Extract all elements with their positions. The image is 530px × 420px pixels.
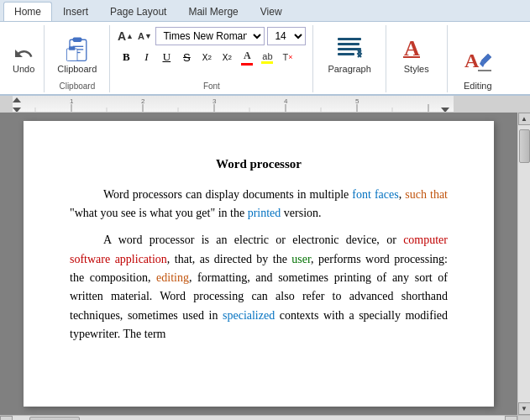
document-title: Word processor [70,155,448,174]
svg-text:A: A [464,50,480,71]
editing-button[interactable]: A [454,40,501,81]
document-paragraph1: Word processors can display documents in… [70,186,448,223]
font-group-label: Font [203,80,220,91]
tab-view[interactable]: View [249,2,293,21]
text-orange-1: such [405,188,427,201]
document-container: Word processor Word processors can displ… [0,113,517,415]
main-area: Word processor Word processors can displ… [0,113,530,415]
h-scrollbar-container: ◄ ► [0,415,530,420]
styles-group: A Styles [386,25,448,92]
paragraph-group: Paragraph [313,25,386,92]
superscript-button[interactable]: X2 [197,48,216,66]
svg-marker-17 [13,108,21,113]
font-controls: A▲ A▼ Times New Roman 14 B I U S [117,27,306,80]
styles-icon: A [401,31,433,63]
scroll-thumb[interactable] [519,129,530,163]
scroll-down-button[interactable]: ▼ [518,402,531,415]
svg-text:2: 2 [141,97,145,105]
editing-icon: A [462,45,494,76]
clipboard-content: Clipboard [51,27,102,80]
grow-font-button[interactable]: A▲ [117,28,134,45]
svg-rect-9 [338,48,361,50]
text-blue-2: faces [375,188,399,201]
clear-format-button[interactable]: T× [278,48,296,66]
ruler-svg: 1 2 3 4 5 [0,96,530,113]
svg-rect-8 [338,43,359,45]
ribbon-tabs: Home Insert Page Layout Mail Merge View [0,0,530,22]
clipboard-group-label: Clipboard [59,80,95,91]
shrink-font-button[interactable]: A▼ [136,28,153,45]
font-color-button[interactable]: A [238,48,256,66]
svg-text:1: 1 [70,97,74,105]
font-row1: A▲ A▼ Times New Roman 14 [117,27,306,45]
underline-button[interactable]: U [157,48,176,66]
editing-svg-icon: A [463,45,493,76]
text-orange-2: that [430,188,448,201]
paragraph-icon [333,31,365,63]
editing-label: Editing [464,81,492,91]
scroll-track[interactable] [518,125,530,402]
font-name-container: Times New Roman [155,27,265,45]
styles-button[interactable]: A Styles [393,27,440,78]
paragraph-label: Paragraph [328,64,370,74]
svg-text:3: 3 [213,97,217,105]
tab-mail-merge[interactable]: Mail Merge [177,2,249,21]
clipboard-group: Clipboard Clipboard [45,25,110,92]
clipboard-icon [62,34,92,64]
document-page[interactable]: Word processor Word processors can displ… [24,121,494,407]
ribbon: Undo Clipboard Clipboard [0,22,530,96]
scroll-corner [517,416,530,420]
h-scroll-track[interactable] [13,416,505,420]
tab-page-layout[interactable]: Page Layout [99,2,177,21]
scroll-right-button[interactable]: ► [505,416,517,420]
undo-button[interactable]: Undo [8,41,39,76]
editing-group: A Editing [448,25,508,92]
font-size-select[interactable]: 14 [267,27,306,45]
styles-label: Styles [404,64,429,74]
font-group: A▲ A▼ Times New Roman 14 B I U S [110,25,313,92]
svg-rect-10 [338,53,354,55]
svg-text:4: 4 [284,97,288,105]
styles-svg-icon: A [401,32,432,62]
svg-rect-7 [338,38,361,40]
text-blue-4: specialized [223,309,275,322]
vertical-scrollbar: ▲ ▼ [517,113,530,415]
text-blue-1: font [352,188,371,201]
strikethrough-button[interactable]: S [177,48,196,66]
text-red-1: computer software application [70,234,448,265]
h-scroll-thumb[interactable] [29,417,80,420]
bold-button[interactable]: B [117,48,135,66]
clipboard-label: Clipboard [57,64,97,74]
svg-text:5: 5 [355,97,359,105]
ruler-inner: 1 2 3 4 5 [0,96,530,112]
font-size-container: 14 [267,27,306,45]
svg-marker-18 [13,97,21,102]
paragraph-button[interactable]: Paragraph [320,27,378,78]
scroll-up-button[interactable]: ▲ [518,113,531,125]
scroll-left-button[interactable]: ◄ [0,416,13,420]
tab-insert[interactable]: Insert [52,2,99,21]
clipboard-button[interactable]: Clipboard [51,31,102,76]
font-name-select[interactable]: Times New Roman [155,27,265,45]
highlight-button[interactable]: ab [258,48,276,66]
svg-marker-19 [441,108,449,113]
text-blue-3: printed [248,207,281,219]
svg-rect-16 [454,96,530,113]
text-green-1: user [291,253,311,265]
svg-rect-15 [0,96,13,113]
subscript-button[interactable]: X2 [218,48,236,66]
italic-button[interactable]: I [137,48,155,66]
tab-home[interactable]: Home [3,2,52,21]
document-paragraph2: A word processor is an electric or elect… [70,231,448,344]
undo-icon [13,44,34,64]
undo-group: Undo [3,25,45,92]
svg-rect-5 [66,49,77,60]
paragraph-lines-icon [334,32,365,62]
text-orange-3: editing [156,271,189,284]
ruler: 1 2 3 4 5 [0,96,530,113]
undo-label: Undo [13,64,34,74]
svg-rect-6 [69,46,75,50]
font-row2: B I U S X2 X2 A ab T× [117,48,296,66]
svg-rect-1 [72,37,81,41]
